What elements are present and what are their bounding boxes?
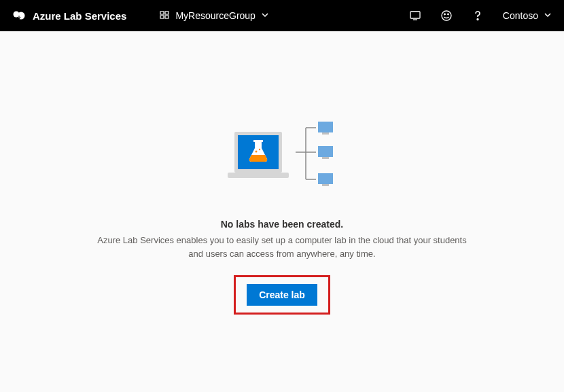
- feedback-smiley-icon[interactable]: [440, 10, 453, 22]
- chevron-down-icon: [544, 10, 552, 21]
- svg-point-17: [259, 149, 260, 150]
- svg-rect-4: [160, 16, 164, 18]
- empty-state-illustration: [221, 120, 343, 197]
- header-left: Azure Lab Services: [12, 9, 126, 22]
- main-content: No labs have been created. Azure Lab Ser…: [0, 31, 564, 315]
- account-name: Contoso: [503, 10, 538, 21]
- svg-rect-5: [165, 16, 169, 18]
- header-right: Contoso: [409, 10, 552, 22]
- empty-state-description: Azure Lab Services enables you to easily…: [92, 234, 472, 260]
- app-title: Azure Lab Services: [33, 10, 126, 22]
- chevron-down-icon: [261, 10, 269, 21]
- svg-rect-27: [318, 173, 333, 184]
- highlight-box: Create lab: [234, 275, 330, 315]
- svg-point-9: [444, 14, 446, 15]
- resource-group-dropdown[interactable]: MyResourceGroup: [159, 10, 269, 22]
- svg-point-10: [448, 14, 449, 15]
- svg-rect-28: [322, 184, 329, 186]
- resource-group-label: MyResourceGroup: [175, 10, 255, 21]
- top-nav-bar: Azure Lab Services MyResourceGroup: [0, 0, 564, 31]
- svg-point-16: [255, 151, 258, 153]
- account-dropdown[interactable]: Contoso: [503, 10, 552, 21]
- empty-state-title: No labs have been created.: [221, 219, 344, 230]
- svg-point-8: [442, 11, 451, 20]
- svg-point-11: [477, 19, 478, 20]
- svg-rect-12: [228, 173, 289, 178]
- create-lab-button[interactable]: Create lab: [247, 284, 317, 306]
- svg-rect-23: [318, 122, 333, 132]
- svg-rect-26: [322, 157, 329, 159]
- svg-rect-15: [253, 140, 263, 142]
- svg-rect-24: [322, 132, 329, 135]
- svg-rect-2: [160, 12, 164, 14]
- resource-group-icon: [159, 10, 170, 22]
- svg-rect-3: [165, 12, 169, 14]
- app-logo-icon: [12, 9, 26, 22]
- svg-rect-6: [410, 12, 420, 18]
- monitor-icon[interactable]: [409, 10, 421, 22]
- help-icon[interactable]: [472, 10, 484, 22]
- svg-rect-25: [318, 146, 333, 157]
